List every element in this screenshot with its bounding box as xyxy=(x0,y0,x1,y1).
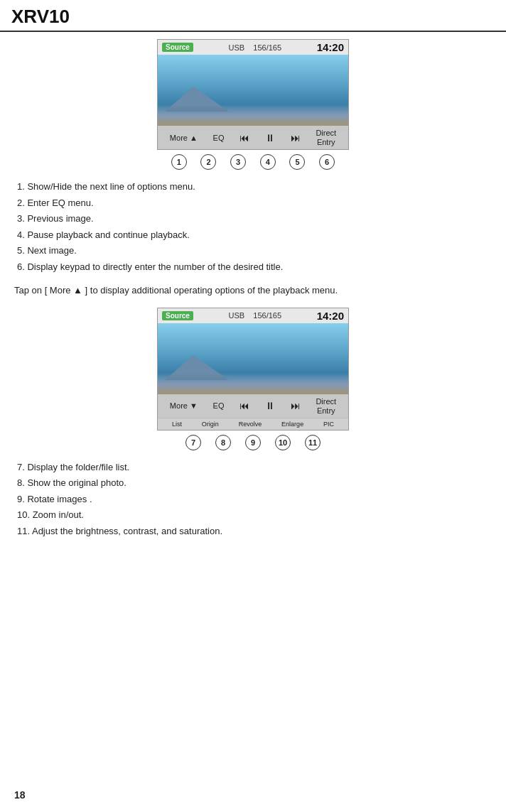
direct-entry-label2: Entry xyxy=(317,138,335,146)
circle-1: 1 xyxy=(171,154,187,170)
instruction-3: 3. Previous image. xyxy=(17,212,492,226)
eq2-label: EQ xyxy=(213,401,225,410)
instructions-list-2: 7. Display the folder/file list. 8. Show… xyxy=(14,460,492,538)
ctrl-pause[interactable]: ⏸ xyxy=(265,133,275,143)
screen1-usb: USB xyxy=(228,43,244,52)
ctrl-more-down[interactable]: More ▼ xyxy=(170,401,198,410)
screen2-image xyxy=(158,323,348,394)
circle-11: 11 xyxy=(305,435,321,450)
screen2-track-num: 156/165 xyxy=(253,311,281,320)
instruction-9: 9. Rotate images . xyxy=(17,492,492,507)
extra-pic-label: PIC xyxy=(323,421,334,428)
more-down-label: More ▼ xyxy=(170,401,198,410)
device-screen-2: Source USB 156/165 14:20 More ▼ EQ ⏮ ⏸ xyxy=(157,308,349,431)
circle-5: 5 xyxy=(289,154,305,170)
circle-9: 9 xyxy=(245,435,261,450)
instruction-10: 10. Zoom in/out. xyxy=(17,508,492,522)
ctrl-eq2[interactable]: EQ xyxy=(213,401,225,410)
next-icon: ⏭ xyxy=(291,133,301,143)
instruction-8: 8. Show the original photo. xyxy=(17,476,492,490)
circle-6: 6 xyxy=(319,154,335,170)
screen2-top-bar: Source USB 156/165 14:20 xyxy=(158,308,348,323)
circles-row-2: 7 8 9 10 11 xyxy=(157,435,349,450)
screen1-image xyxy=(158,55,348,126)
instructions-list-1: 1. Show/Hide the next line of options me… xyxy=(14,180,492,274)
page-header: XRV10 xyxy=(0,0,506,32)
direct-entry2-label2: Entry xyxy=(317,406,335,415)
prev2-icon: ⏮ xyxy=(239,401,249,411)
ctrl-pause2[interactable]: ⏸ xyxy=(265,401,275,411)
extra-origin[interactable]: Origin xyxy=(202,421,219,428)
instruction-11: 11. Adjust the brightness, contrast, and… xyxy=(17,524,492,538)
tap-note: Tap on [ More ▲ ] to display additional … xyxy=(14,283,492,298)
pause2-icon: ⏸ xyxy=(265,401,275,411)
direct-entry-label: Direct xyxy=(316,129,336,137)
circles-row-1: 1 2 3 4 5 6 xyxy=(157,154,349,170)
screen2-extra-row: List Origin Revolve Enlarge PIC xyxy=(158,418,348,430)
ctrl-next2[interactable]: ⏭ xyxy=(291,401,301,411)
instruction-6: 6. Display keypad to directly enter the … xyxy=(17,260,492,274)
circle-7: 7 xyxy=(185,435,201,450)
direct-entry2-label: Direct xyxy=(316,397,336,406)
screen1-source-btn[interactable]: Source xyxy=(162,43,193,52)
page-content: Source USB 156/165 14:20 More ▲ EQ ⏮ ⏸ xyxy=(0,39,506,562)
circle-10: 10 xyxy=(275,435,291,450)
eq-label: EQ xyxy=(213,134,225,142)
screen1-time: 14:20 xyxy=(317,41,344,53)
extra-revolve[interactable]: Revolve xyxy=(239,421,262,428)
extra-origin-label: Origin xyxy=(202,421,219,428)
screen2-controls: More ▼ EQ ⏮ ⏸ ⏭ Direct Entry xyxy=(158,394,348,418)
prev-icon: ⏮ xyxy=(239,133,249,143)
extra-enlarge[interactable]: Enlarge xyxy=(281,421,303,428)
pause-icon: ⏸ xyxy=(265,133,275,143)
page-number: 18 xyxy=(14,789,26,801)
ctrl-direct-entry2[interactable]: Direct Entry xyxy=(316,397,336,415)
ctrl-prev[interactable]: ⏮ xyxy=(239,133,249,143)
device-screen-1: Source USB 156/165 14:20 More ▲ EQ ⏮ ⏸ xyxy=(157,39,349,150)
screen2-time: 14:20 xyxy=(317,310,344,322)
screen1-top-bar: Source USB 156/165 14:20 xyxy=(158,40,348,55)
extra-revolve-label: Revolve xyxy=(239,421,262,428)
screen1-controls: More ▲ EQ ⏮ ⏸ ⏭ Direct Entry xyxy=(158,126,348,149)
instruction-1: 1. Show/Hide the next line of options me… xyxy=(17,180,492,194)
screen2-source-btn[interactable]: Source xyxy=(162,311,193,320)
circle-2: 2 xyxy=(200,154,216,170)
extra-list-label: List xyxy=(172,421,182,428)
screen2-usb: USB xyxy=(228,311,244,320)
instruction-4: 4. Pause playback and continue playback. xyxy=(17,228,492,242)
screen2-track-info: USB 156/165 xyxy=(193,311,317,320)
instruction-5: 5. Next image. xyxy=(17,244,492,258)
more-up-label: More ▲ xyxy=(170,134,198,142)
ctrl-direct-entry[interactable]: Direct Entry xyxy=(316,129,336,146)
extra-list[interactable]: List xyxy=(172,421,182,428)
page-title: XRV10 xyxy=(11,6,70,27)
extra-pic[interactable]: PIC xyxy=(323,421,334,428)
circle-4: 4 xyxy=(260,154,276,170)
ctrl-prev2[interactable]: ⏮ xyxy=(239,401,249,411)
extra-enlarge-label: Enlarge xyxy=(281,421,303,428)
instruction-2: 2. Enter EQ menu. xyxy=(17,196,492,210)
screen1-track-num: 156/165 xyxy=(253,43,281,52)
instruction-7: 7. Display the folder/file list. xyxy=(17,460,492,475)
circle-8: 8 xyxy=(215,435,231,450)
ctrl-more-up[interactable]: More ▲ xyxy=(170,134,198,142)
screen1-track-info: USB 156/165 xyxy=(193,43,317,52)
ctrl-eq[interactable]: EQ xyxy=(213,134,225,142)
next2-icon: ⏭ xyxy=(291,401,301,411)
ctrl-next[interactable]: ⏭ xyxy=(291,133,301,143)
circle-3: 3 xyxy=(230,154,246,170)
